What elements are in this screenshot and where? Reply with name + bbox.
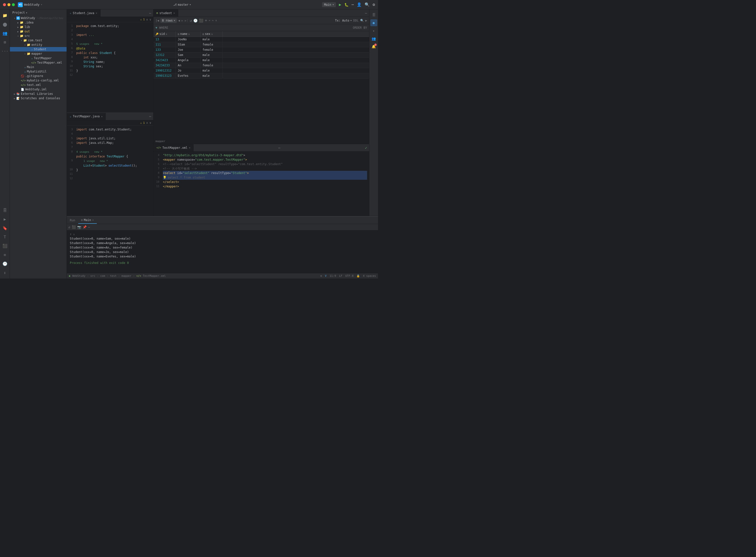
tree-out[interactable]: ▶ 📁 out bbox=[10, 29, 66, 34]
col-name-header[interactable]: ▤ name ⇅ bbox=[176, 31, 201, 37]
tab-close[interactable]: ✕ bbox=[189, 146, 191, 149]
main-tab[interactable]: ▤ Main ✕ bbox=[78, 216, 97, 224]
db-search-icon[interactable]: 🔍 bbox=[360, 19, 364, 22]
more-button[interactable]: ⋯ bbox=[351, 2, 354, 7]
undo-icon[interactable]: ↶ bbox=[209, 19, 210, 22]
tree-scratches[interactable]: ▶ 📝 Scratches and Consoles bbox=[10, 96, 66, 100]
student-db-tab[interactable]: ⊞ student ✕ bbox=[153, 9, 178, 17]
nav-down[interactable]: ∨ bbox=[149, 121, 151, 124]
sidebar-header[interactable]: Project ▾ bbox=[10, 9, 66, 16]
tab-more[interactable]: ⋯ bbox=[147, 114, 153, 118]
indent[interactable]: 4 spaces bbox=[363, 274, 376, 277]
toolbar-git[interactable]: 👥 bbox=[1, 29, 9, 37]
table-row[interactable]: 13 JoeNo male bbox=[153, 37, 369, 42]
tree-student[interactable]: ☕ Student bbox=[10, 47, 66, 52]
pin-icon[interactable]: 📌 bbox=[83, 225, 87, 229]
console-up-icon[interactable]: ↑ bbox=[70, 232, 71, 236]
encoding[interactable]: UTF-8 bbox=[345, 274, 353, 277]
rows-selector[interactable]: 8 rows ▾ bbox=[161, 18, 176, 23]
console-down-icon[interactable]: ↓ bbox=[73, 232, 75, 236]
branch-selector[interactable]: ⎇ master ▾ bbox=[173, 3, 191, 6]
col-sex-header[interactable]: ▤ sex ⇅ bbox=[201, 31, 223, 37]
toolbar-structure[interactable]: ⊞ bbox=[1, 38, 9, 46]
rs-notification-icon[interactable]: 🔔 ! bbox=[370, 43, 377, 50]
student-java-tab[interactable]: ☕ Student.java ✕ bbox=[67, 9, 100, 17]
tree-mybatis-config[interactable]: </> mybatis-config.xml bbox=[10, 78, 66, 83]
tree-testmapper-xml[interactable]: </> TestMapper.xml bbox=[10, 60, 66, 65]
tree-webstudy[interactable]: ▾ WS WebStudy ~/Desktop/CS/Jav bbox=[10, 16, 66, 20]
add-row-icon[interactable]: + bbox=[205, 18, 207, 23]
tree-external-libs[interactable]: ▶ 📚 External Libraries bbox=[10, 92, 66, 96]
profile-icon[interactable]: 👤 bbox=[357, 2, 362, 7]
table-row[interactable]: 3423423 Angela male bbox=[153, 58, 369, 63]
toolbar-db[interactable]: 🗄 bbox=[1, 206, 9, 214]
rs-ai-icon[interactable]: ✦ bbox=[370, 27, 377, 34]
tree-entity[interactable]: ▾ 📁 entity bbox=[10, 42, 66, 47]
table-row[interactable]: 34234233 An female bbox=[153, 63, 369, 68]
run-config-selector[interactable]: Main ▾ bbox=[322, 2, 336, 7]
run-button[interactable]: ▶ bbox=[339, 2, 341, 7]
stop-icon[interactable]: ⬛ bbox=[199, 19, 203, 23]
tab-more[interactable]: ⋯ bbox=[147, 11, 153, 15]
stop-icon[interactable]: ⬛ bbox=[72, 225, 76, 229]
toolbar-todo[interactable]: T bbox=[1, 233, 9, 241]
tab-close[interactable]: ✕ bbox=[174, 12, 175, 14]
toolbar-run[interactable]: ▶ bbox=[1, 215, 9, 223]
sort-icon[interactable]: ⇅ bbox=[211, 33, 213, 35]
tab-close[interactable]: ✕ bbox=[101, 115, 103, 118]
tree-lib[interactable]: ▶ 📁 lib bbox=[10, 25, 66, 29]
nav-up[interactable]: ∧ bbox=[146, 121, 148, 124]
first-page-icon[interactable]: |◀ bbox=[155, 19, 159, 22]
db-more-icon[interactable]: ▶ bbox=[366, 19, 367, 22]
toolbar-services[interactable]: ≡ bbox=[1, 251, 9, 259]
toolbar-git2[interactable]: ↕ bbox=[1, 269, 9, 276]
tree-main[interactable]: ☕ Main bbox=[10, 65, 66, 69]
testmapper-xml-tab[interactable]: </> TestMapper.xml ✕ bbox=[153, 144, 194, 151]
more-icon[interactable]: ⋯ bbox=[88, 225, 90, 229]
table-row[interactable]: 12312 Sam male bbox=[153, 53, 369, 58]
ddl-button[interactable]: DDL bbox=[353, 19, 359, 22]
toolbar-more[interactable]: ··· bbox=[1, 47, 9, 55]
tab-close[interactable]: ✕ bbox=[96, 12, 97, 14]
tree-webstudy-iml[interactable]: 📄 WebStudy.iml bbox=[10, 87, 66, 92]
sort-icon[interactable]: ⇅ bbox=[166, 33, 167, 35]
settings-icon[interactable]: ⚙ bbox=[373, 2, 375, 7]
tx-selector[interactable]: Tx: Auto ▾ bbox=[335, 19, 352, 22]
nav-up[interactable]: ∧ bbox=[146, 18, 148, 21]
screenshot-icon[interactable]: 📷 bbox=[77, 225, 81, 229]
tree-gitignore[interactable]: 🚫 .gitignore bbox=[10, 74, 66, 78]
restart-icon[interactable]: ↺ bbox=[68, 225, 70, 229]
toolbar-bookmarks[interactable]: 🔖 bbox=[1, 224, 9, 232]
sort-icon[interactable]: ⇅ bbox=[188, 33, 190, 35]
minimize-button[interactable] bbox=[7, 3, 10, 6]
table-row[interactable]: 133 Joe female bbox=[153, 47, 369, 53]
search-icon[interactable]: 🔍 bbox=[365, 2, 370, 7]
nav-down[interactable]: ∨ bbox=[149, 18, 151, 21]
tree-mapper[interactable]: ▾ 📁 mapper bbox=[10, 52, 66, 56]
tab-close[interactable]: ✕ bbox=[92, 218, 94, 221]
rs-circle-icon[interactable]: ● bbox=[370, 19, 377, 26]
tree-testmapper-java[interactable]: ☕ TestMapper bbox=[10, 56, 66, 60]
redo-icon[interactable]: ↷ bbox=[212, 19, 214, 22]
line-ending[interactable]: LF bbox=[339, 274, 342, 277]
table-row[interactable]: 111 SSam female bbox=[153, 42, 369, 47]
testmapper-java-tab[interactable]: ☕ TestMapper.java ✕ bbox=[67, 113, 106, 120]
toolbar-terminal[interactable]: ⬛ bbox=[1, 242, 9, 250]
submit-icon[interactable]: ⬆ bbox=[215, 19, 217, 22]
tab-more[interactable]: ⋯ bbox=[363, 11, 369, 15]
table-row[interactable]: 199012312 Jo male bbox=[153, 68, 369, 73]
toolbar-history[interactable]: 🕐 bbox=[1, 260, 9, 268]
close-button[interactable] bbox=[3, 3, 6, 6]
refresh-icon[interactable]: ↺ bbox=[190, 19, 192, 23]
tree-src[interactable]: ▾ 📁 src bbox=[10, 34, 66, 38]
tree-idea[interactable]: ▶ 📁 .idea bbox=[10, 20, 66, 25]
rs-db-icon[interactable]: 🗄 bbox=[370, 11, 377, 18]
tab-more-xml[interactable]: ⋯ bbox=[276, 146, 282, 150]
tree-com-test[interactable]: ▾ 📁 com.test bbox=[10, 38, 66, 42]
toolbar-project[interactable]: 📁 bbox=[1, 11, 9, 19]
maximize-button[interactable] bbox=[12, 3, 15, 6]
table-row[interactable]: 199013123 EveYes male bbox=[153, 73, 369, 79]
debug-button[interactable]: 🐛 bbox=[344, 3, 349, 7]
col-sid-header[interactable]: 🔑 sid ⇅ bbox=[153, 31, 176, 37]
prev-page-icon[interactable]: ◀ bbox=[178, 19, 180, 22]
